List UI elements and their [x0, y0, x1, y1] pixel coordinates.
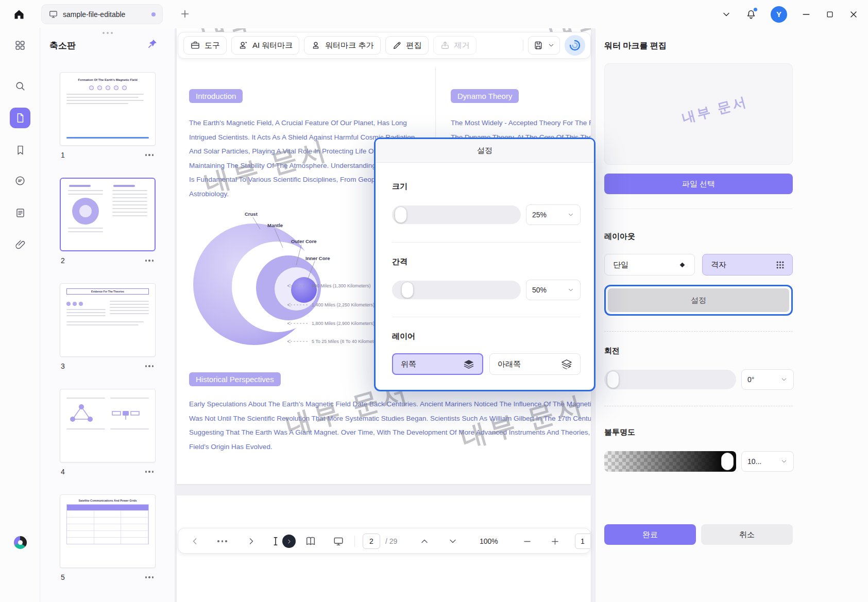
page-4-more-button[interactable] [144, 469, 155, 475]
rotation-slider[interactable] [604, 370, 736, 389]
edit-label: 편집 [406, 41, 422, 50]
opacity-slider[interactable] [604, 451, 736, 472]
ai-watermark-button[interactable]: AI 워터마크 [231, 36, 299, 55]
rotation-select[interactable]: 0° [741, 369, 794, 390]
next-page-button[interactable] [246, 528, 257, 554]
section-heading-historical: Historical Perspectives [189, 372, 281, 386]
attachments-button[interactable] [10, 234, 30, 255]
save-button[interactable] [528, 36, 560, 55]
spacing-slider-thumb[interactable] [401, 282, 414, 298]
diagram-label-outer-core: Outer Core [291, 238, 317, 244]
bookmarks-button[interactable] [10, 140, 30, 160]
remove-label: 제거 [454, 41, 470, 50]
settings-button[interactable]: 설정 [608, 288, 789, 312]
settings-button-highlight: 설정 [604, 285, 793, 316]
spacing-slider[interactable] [392, 281, 521, 299]
page-thumbnail-3[interactable]: Evidence For The Theories [60, 283, 156, 357]
modal-divider [392, 242, 581, 243]
scroll-down-button[interactable] [448, 528, 458, 554]
rotation-slider-thumb[interactable] [607, 371, 619, 388]
search-button[interactable] [10, 76, 30, 96]
page-1-more-button[interactable] [144, 152, 155, 158]
size-slider[interactable] [392, 205, 521, 224]
layer-top-button[interactable]: 위쪽 [392, 353, 483, 375]
page-thumbnails-button[interactable] [10, 108, 30, 128]
fit-control-partial[interactable]: 1 [575, 528, 591, 554]
page-thumbnail-5[interactable]: Satellite Communications And Power Grids [60, 494, 156, 568]
add-watermark-button[interactable]: 워터마크 추가 [304, 36, 380, 55]
diagram-measurement-outer-core: 1,400 Miles (2,250 Kilometers) [312, 302, 375, 307]
reading-mode-button[interactable] [305, 528, 316, 554]
layout-single-label: 단일 [613, 260, 628, 270]
layer-bottom-icon [561, 359, 572, 369]
page-number-3: 3 [61, 362, 65, 370]
annotations-button[interactable] [10, 170, 30, 191]
document-icon [14, 112, 26, 124]
apps-grid-button[interactable] [10, 35, 30, 56]
opacity-slider-thumb[interactable] [721, 453, 734, 470]
pin-panel-button[interactable] [147, 39, 158, 49]
chevron-down-icon [721, 9, 731, 20]
edit-button[interactable]: 편집 [385, 36, 429, 55]
rotation-value: 0° [747, 375, 754, 384]
scroll-up-button[interactable] [419, 528, 430, 554]
spacing-label: 간격 [392, 257, 407, 267]
thumb-2-graphic [61, 179, 155, 241]
thumb-5-title: Satellite Communications And Power Grids [69, 499, 146, 502]
notifications-button[interactable] [745, 9, 757, 20]
file-select-button[interactable]: 파일 선택 [604, 174, 793, 194]
minimize-button[interactable] [801, 9, 811, 20]
app-logo[interactable] [10, 532, 30, 553]
page-thumbnail-1[interactable]: Formation Of The Earth's Magnetic Field [60, 72, 156, 146]
cancel-button[interactable]: 취소 [701, 524, 793, 545]
chevron-left-icon [190, 536, 200, 546]
zoom-in-button[interactable] [550, 528, 560, 554]
size-slider-thumb[interactable] [395, 207, 407, 223]
ai-assistant-button[interactable] [565, 35, 585, 56]
thumb-1-graphic [60, 85, 155, 90]
watermark-toolbar: 도구 AI 워터마크 워터마크 추가 편집 제거 [178, 32, 591, 59]
home-button[interactable] [11, 7, 27, 22]
presentation-mode-button[interactable] [333, 528, 344, 554]
done-button[interactable]: 완료 [604, 524, 696, 545]
zoom-out-button[interactable] [522, 528, 532, 554]
panel-drag-handle[interactable] [103, 32, 113, 34]
toolbox-icon [190, 40, 200, 50]
layout-single-button[interactable]: 단일 [604, 254, 695, 276]
remove-button[interactable]: 제거 [433, 36, 476, 55]
opacity-select[interactable]: 10... [741, 451, 794, 472]
page-number-input[interactable]: 2 [363, 534, 380, 549]
layer-bottom-button[interactable]: 아래쪽 [489, 353, 581, 375]
spacing-select[interactable]: 50% [526, 280, 581, 300]
tools-button[interactable]: 도구 [183, 36, 227, 55]
page-2-more-button[interactable] [144, 257, 155, 264]
size-select[interactable]: 25% [526, 204, 581, 225]
avatar[interactable]: Y [771, 6, 787, 23]
document-tab[interactable]: sample-file-editable [41, 4, 163, 24]
app-logo-icon [14, 536, 27, 549]
page-5-more-button[interactable] [144, 574, 155, 580]
layer-bottom-label: 아래쪽 [498, 359, 521, 369]
close-button[interactable] [848, 9, 859, 20]
page-thumbnail-2[interactable] [60, 178, 156, 251]
panel-divider [604, 209, 793, 209]
notes-button[interactable] [10, 202, 30, 223]
panel-title: 워터 마크를 편집 [604, 41, 667, 51]
layout-grid-button[interactable]: 격자 [702, 254, 793, 276]
chevron-down-icon [548, 42, 555, 49]
expand-button[interactable] [282, 528, 296, 554]
chevron-down-icon [567, 286, 574, 294]
text-cursor-button[interactable] [270, 528, 281, 554]
size-label: 크기 [392, 182, 407, 192]
diagram-label-crust: Crust [245, 211, 258, 217]
comment-icon [14, 175, 26, 186]
more-pages-button[interactable] [216, 528, 228, 554]
page-thumbnail-4[interactable] [60, 389, 156, 462]
tab-list-chevron[interactable] [721, 9, 731, 20]
page-3-more-button[interactable] [144, 363, 155, 369]
previous-page-button[interactable] [190, 528, 200, 554]
chevron-up-icon [419, 536, 430, 546]
maximize-button[interactable] [825, 10, 835, 19]
page-total-label: / 29 [385, 528, 397, 554]
new-tab-button[interactable] [179, 8, 191, 20]
